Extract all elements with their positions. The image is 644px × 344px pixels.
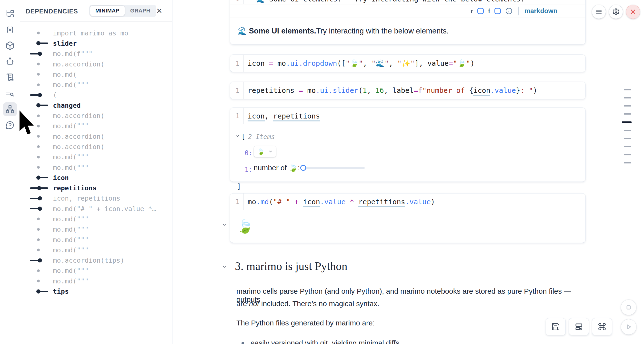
info-icon[interactable] (505, 7, 512, 15)
cell-mark[interactable] (624, 97, 631, 98)
minimap-row[interactable]: mo.md(""" (20, 214, 172, 224)
minimap-row[interactable]: ( (20, 90, 172, 100)
minimap-row-label: tips (53, 288, 69, 295)
slider-thumb[interactable] (300, 165, 306, 171)
cell-mark[interactable] (624, 154, 631, 155)
minimap-row[interactable]: tips (20, 286, 172, 296)
minimap-row-label: mo.md(""" (53, 164, 88, 171)
minimap-row[interactable]: icon, repetitions (20, 193, 172, 204)
paragraph-line: The Python files generated by marimo are… (236, 319, 589, 327)
cell-mark[interactable] (624, 105, 631, 106)
cell-editor[interactable]: 1 repetitions = mo.ui.slider(1, 16, labe… (230, 82, 586, 99)
settings-button[interactable] (609, 5, 623, 19)
mouse-cursor (18, 110, 44, 139)
menu-button[interactable] (592, 5, 606, 19)
stop-icon (625, 304, 632, 311)
variables-icon[interactable] (3, 23, 17, 37)
f-checkbox[interactable] (494, 8, 501, 14)
collapse-cell-icon[interactable] (222, 222, 227, 227)
minimap-row-label: icon (53, 174, 69, 182)
minimap-row[interactable]: mo.md(""" (20, 235, 172, 245)
minimap-row[interactable]: mo.accordion(tips) (20, 255, 172, 266)
minimap-row[interactable]: mo.accordion( (20, 141, 172, 152)
cell-mark[interactable] (624, 162, 631, 163)
dependency-marker-icon (30, 183, 53, 193)
outline-search-icon[interactable] (3, 86, 17, 100)
language-badge[interactable]: markdown (524, 7, 558, 15)
repetitions-slider[interactable] (303, 167, 365, 169)
minimap-row[interactable]: mo.accordion( (20, 59, 172, 69)
packages-icon[interactable] (3, 39, 17, 53)
code-line[interactable]: mo.md("# " + icon.value * repetitions.va… (244, 198, 435, 206)
shortcuts-button[interactable] (592, 318, 612, 335)
minimap-row[interactable]: mo.md(""" (20, 245, 172, 255)
collapse-section-icon[interactable] (222, 264, 227, 269)
cell-editor[interactable]: 1 icon = mo.ui.dropdown(["🍃", "🌊", "✨"],… (230, 55, 586, 72)
minimap-row[interactable]: mo.md("# " + icon.value *… (20, 204, 172, 214)
minimap-row[interactable]: mo.md(""" (20, 276, 172, 286)
stop-button[interactable] (621, 299, 636, 315)
minimap-row[interactable]: mo.md(""" (20, 162, 172, 173)
cell-mark[interactable] (624, 89, 631, 90)
icon-dropdown-select[interactable]: 🍃 (254, 146, 276, 157)
cell-mark[interactable] (624, 146, 631, 147)
minimap-row[interactable]: icon (20, 173, 172, 183)
code-line[interactable]: repetitions = mo.ui.slider(1, 16, label=… (244, 86, 537, 95)
minimap-row[interactable]: mo.md(""" (20, 224, 172, 235)
cell-mark[interactable] (622, 121, 632, 123)
cell-mark[interactable] (624, 113, 631, 115)
view-mode-tabs: MINIMAP GRAPH (89, 5, 156, 17)
r-checkbox[interactable] (478, 8, 484, 14)
minimap-row[interactable]: slider (20, 38, 172, 48)
help-icon[interactable] (3, 118, 17, 132)
minimap-row[interactable]: mo.md(f""" (20, 49, 172, 59)
dependency-marker-icon (30, 224, 53, 235)
dependency-marker-icon (30, 214, 53, 224)
minimap-row-label: mo.md(""" (53, 226, 88, 233)
dependency-graph-icon[interactable] (3, 102, 17, 116)
minimap-row[interactable]: import marimo as mo (20, 28, 172, 38)
minimap-row-label: ( (53, 91, 57, 99)
code-line[interactable]: **🌊 Some UI elements.** Try interacting … (244, 0, 525, 3)
items-count: 2 Items (248, 133, 275, 140)
cell-position-marks (622, 89, 632, 170)
minimap-row[interactable]: mo.md(""" (20, 266, 172, 276)
layout-button[interactable] (569, 318, 589, 335)
tab-graph[interactable]: GRAPH (125, 6, 156, 16)
cell-repetitions-slider: 1 repetitions = mo.ui.slider(1, 16, labe… (230, 82, 586, 99)
minimap-row-label: mo.md( (53, 71, 77, 78)
cell-mark[interactable] (624, 138, 631, 139)
cell-editor[interactable]: 1 mo.md("# " + icon.value * repetitions.… (230, 194, 586, 210)
dependencies-panel: DEPENDENCIES MINIMAP GRAPH ✕ import mari… (20, 0, 172, 344)
minimap-row[interactable]: mo.md(""" (20, 152, 172, 162)
collapse-tree-icon[interactable] (235, 134, 240, 138)
minimap-row-label: mo.md(f""" (53, 50, 93, 57)
run-button[interactable] (621, 319, 636, 335)
hamburger-icon (595, 8, 602, 15)
close-panel-icon[interactable]: ✕ (155, 6, 164, 15)
file-tree-icon[interactable] (3, 7, 17, 21)
minimap-row[interactable]: repetitions (20, 183, 172, 193)
cell-mark[interactable] (624, 130, 631, 131)
save-button[interactable] (546, 318, 566, 335)
minimap-row[interactable]: mo.md( (20, 69, 172, 79)
cell-editor[interactable]: 1 icon, repetitions (230, 108, 586, 124)
minimap-row[interactable]: changed (20, 100, 172, 110)
toolbar-divider (518, 7, 518, 15)
snippets-icon[interactable] (3, 71, 17, 84)
dropdown-value: 🍃 (257, 148, 265, 155)
tab-minimap[interactable]: MINIMAP (90, 6, 125, 16)
ai-assistant-icon[interactable] (3, 55, 17, 68)
minimap-row[interactable]: mo.md(""" (20, 79, 172, 90)
minimap-row-label: mo.accordion(tips) (53, 257, 124, 264)
minimap-row-label: mo.accordion( (53, 112, 104, 119)
shutdown-button[interactable] (626, 5, 640, 19)
code-line[interactable]: icon, repetitions (244, 112, 320, 120)
code-line[interactable]: icon = mo.ui.dropdown(["🍃", "🌊", "✨"], v… (244, 59, 475, 67)
tuple-tree-output: [ 2 Items 0: 🍃 1: number of 🍃: ] (230, 124, 586, 181)
wave-emoji: 🌊 (237, 27, 247, 36)
dependency-marker-icon (30, 152, 53, 162)
cell-editor[interactable]: 1 **🌊 Some UI elements.** Try interactin… (230, 0, 586, 5)
dependency-marker-icon (30, 173, 53, 183)
minimap-row-label: mo.md(""" (53, 236, 88, 244)
